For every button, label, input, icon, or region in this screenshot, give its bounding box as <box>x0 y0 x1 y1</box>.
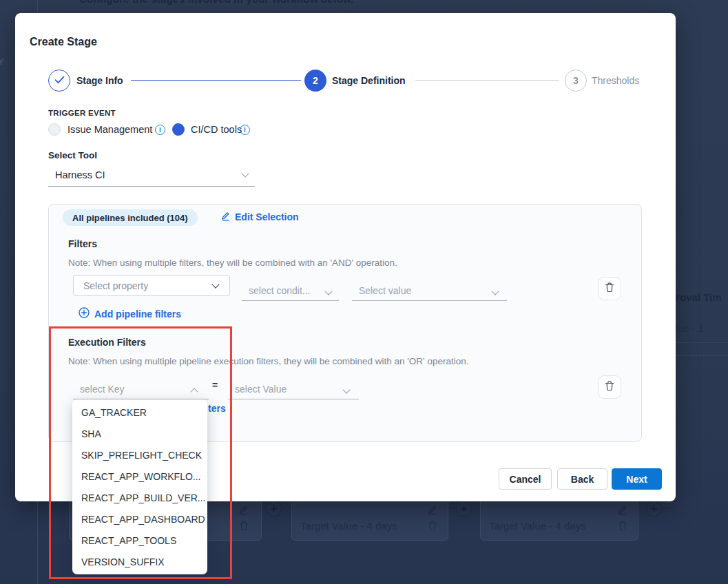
trigger-event-label: TRIGGER EVENT <box>48 109 116 117</box>
filters-heading: Filters <box>68 238 97 249</box>
select-tool-label: Select Tool <box>48 150 97 160</box>
modal-title: Create Stage <box>30 36 97 48</box>
dropdown-option[interactable]: SHA <box>72 423 207 444</box>
step-3-todo-circle[interactable]: 3 <box>565 70 587 92</box>
background-stage-card: Target Value - 4 days <box>480 494 638 541</box>
equals-sign: = <box>212 379 218 390</box>
chevron-down-icon <box>491 287 499 295</box>
select-value-dropdown[interactable]: Select value <box>352 300 507 301</box>
step-3-label: Thresholds <box>592 75 639 86</box>
step-1-done-circle[interactable] <box>48 70 70 92</box>
plus-circle-icon <box>79 307 90 320</box>
background-subtitle: Configure the stages involved in your wo… <box>79 0 353 5</box>
connector-dash <box>664 508 671 509</box>
edit-selection-label: Edit Selection <box>235 211 299 222</box>
background-card-edge <box>676 342 728 343</box>
check-icon <box>54 74 65 87</box>
screen: Configure the stages involved in your wo… <box>0 0 728 584</box>
trash-icon <box>428 521 437 531</box>
trash-icon <box>239 521 249 531</box>
info-icon[interactable]: i <box>240 125 250 135</box>
trash-icon <box>605 282 614 295</box>
add-pipeline-filters-link[interactable]: Add pipeline filters <box>79 307 181 320</box>
next-button[interactable]: Next <box>612 468 662 490</box>
dropdown-option[interactable]: REACT_APP_DASHBOARD <box>72 508 207 530</box>
tool-select-value: Harness CI <box>55 169 105 180</box>
select-condition-dropdown[interactable]: select condit... <box>242 300 339 301</box>
info-glyph: i <box>159 126 161 134</box>
delete-execution-filter-button[interactable] <box>598 375 621 399</box>
edit-pencil-icon <box>221 211 231 223</box>
select-exec-value-dropdown[interactable]: select Value <box>228 399 359 399</box>
edit-pencil-icon <box>238 504 249 515</box>
plus-glyph: + <box>651 503 658 514</box>
plus-glyph: + <box>461 503 468 514</box>
background-dashed-line <box>676 355 728 356</box>
step-2-active-circle[interactable]: 2 <box>304 70 326 92</box>
add-pipeline-filters-label: Add pipeline filters <box>94 309 181 320</box>
trash-icon <box>605 381 614 394</box>
step-2-number: 2 <box>313 75 318 86</box>
dropdown-option[interactable]: REACT_APP_WORKFLO... <box>72 466 207 487</box>
dropdown-option[interactable]: GA_TRACKER <box>72 402 207 423</box>
add-stage-plus-icon: + <box>266 501 282 517</box>
execution-filters-note: Note: When using multiple pipeline execu… <box>68 356 468 366</box>
back-button[interactable]: Back <box>557 468 607 490</box>
chevron-down-icon <box>211 280 219 288</box>
delete-filter-button[interactable] <box>598 277 621 300</box>
filters-note: Note: When using multiple filters, they … <box>68 258 397 268</box>
dropdown-option[interactable]: REACT_APP_TOOLS <box>72 530 207 551</box>
step-3-number: 3 <box>573 75 579 86</box>
edit-pencil-icon <box>617 504 628 515</box>
chevron-down-icon <box>324 287 332 295</box>
dropdown-option[interactable]: REACT_APP_BUILD_VER... <box>72 487 207 508</box>
add-stage-plus-icon: + <box>456 501 472 517</box>
stage-card-label: Target Value - 4 days <box>300 520 397 532</box>
radio-cicd-tools-label: CI/CD tools <box>191 124 242 135</box>
add-execution-filters-link-partial[interactable]: ters <box>208 403 226 414</box>
select-key-options-dropdown: GA_TRACKER SHA SKIP_PREFLIGHT_CHECK REAC… <box>72 399 207 574</box>
cancel-button[interactable]: Cancel <box>499 468 552 490</box>
stepper-connector-inactive <box>415 80 559 81</box>
chevron-up-icon <box>190 388 198 395</box>
select-key-placeholder: select Key <box>80 384 125 395</box>
radio-issue-management[interactable] <box>48 123 61 136</box>
select-property-dropdown[interactable]: Select property <box>73 275 230 296</box>
radio-cicd-tools[interactable] <box>172 123 185 136</box>
select-exec-value-placeholder: select Value <box>235 384 287 395</box>
chevron-down-icon <box>241 169 249 177</box>
select-value-placeholder: Select value <box>359 285 411 296</box>
stepper-connector-active <box>131 80 301 81</box>
step-1-label: Stage Info <box>76 75 123 86</box>
edit-pencil-icon <box>427 504 438 515</box>
radio-issue-management-label: Issue Management <box>67 124 152 135</box>
stage-card-label: Target Value - 4 days <box>489 520 586 532</box>
info-icon[interactable]: i <box>155 125 165 135</box>
add-stage-plus-icon: + <box>646 501 662 517</box>
trash-icon <box>618 521 627 531</box>
dropdown-option[interactable]: SKIP_PREFLIGHT_CHECK <box>72 444 207 466</box>
info-glyph: i <box>244 126 246 134</box>
execution-filters-heading: Execution Filters <box>68 337 146 348</box>
select-condition-placeholder: select condit... <box>249 285 311 296</box>
tool-select[interactable]: Harness CI <box>48 165 255 187</box>
background-stage-card: Target Value - 4 days <box>291 494 448 541</box>
chevron-down-icon <box>342 386 350 393</box>
background-cut-text: Y <box>0 56 4 67</box>
edit-selection-link[interactable]: Edit Selection <box>221 211 299 223</box>
step-2-label: Stage Definition <box>332 75 406 86</box>
plus-glyph: + <box>271 503 278 514</box>
connector-dash <box>283 508 291 509</box>
pipelines-included-pill: All pipelines included (104) <box>63 209 198 226</box>
dropdown-option[interactable]: VERSION_SUFFIX <box>72 551 207 572</box>
select-property-placeholder: Select property <box>83 280 148 291</box>
